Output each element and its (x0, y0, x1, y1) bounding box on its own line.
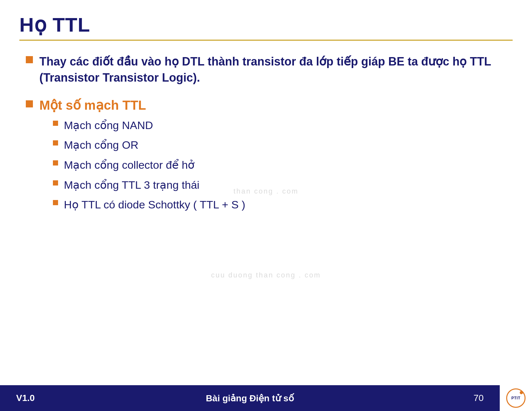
sub-bullet-text-3: Mạch cổng collector để hở (64, 157, 195, 173)
sub-bullet-item-4: Mạch cổng TTL 3 trạng thái (53, 177, 506, 193)
sub-bullet-icon-2 (53, 140, 58, 145)
sub-bullet-icon-4 (53, 180, 58, 185)
footer: V1.0 Bài giảng Điện tử số 70 (0, 385, 532, 411)
sub-bullet-text-5: Họ TTL có diode Schottky ( TTL + S ) (64, 197, 245, 213)
ptit-logo-circle: PTIT (506, 388, 526, 408)
title-area: Họ TTL (0, 0, 532, 41)
sub-bullet-item-3: Mạch cổng collector để hở (53, 157, 506, 173)
slide-title: Họ TTL (19, 13, 513, 36)
sub-bullet-item-1: Mạch cổng NAND (53, 118, 506, 133)
sub-bullet-text-4: Mạch cổng TTL 3 trạng thái (64, 177, 199, 193)
sub-bullet-item-5: Họ TTL có diode Schottky ( TTL + S ) (53, 197, 506, 213)
sub-bullet-text-2: Mạch cổng OR (64, 137, 138, 153)
sub-bullet-icon-1 (53, 121, 58, 126)
sub-bullet-text-1: Mạch cổng NAND (64, 118, 153, 133)
slide-container: Họ TTL Thay các điốt đầu vào họ DTL thàn… (0, 0, 532, 411)
ptit-logo: PTIT (500, 385, 532, 411)
sub-bullet-icon-5 (53, 200, 58, 205)
footer-slide-title: Bài giảng Điện tử số (133, 393, 367, 404)
sub-bullet-list: Mạch cổng NAND Mạch cổng OR Mạch cổng co… (53, 118, 506, 213)
ptit-logo-dot (520, 391, 523, 394)
content-area: Thay các điốt đầu vào họ DTL thành trans… (0, 41, 532, 411)
bullet-2-icon (26, 100, 33, 107)
bullet-1-text: Thay các điốt đầu vào họ DTL thành trans… (39, 54, 506, 86)
bullet-2: Một số mạch TTL Mạch cổng NAND Mạch cổng… (26, 98, 506, 217)
footer-version: V1.0 (16, 393, 133, 403)
bullet-2-title: Một số mạch TTL (39, 98, 506, 113)
sub-bullet-icon-3 (53, 160, 58, 165)
footer-page-number: 70 (367, 393, 516, 403)
bullet-1-icon (26, 56, 33, 63)
bullet-1: Thay các điốt đầu vào họ DTL thành trans… (26, 54, 506, 86)
ptit-logo-text: PTIT (511, 396, 520, 400)
sub-bullet-item-2: Mạch cổng OR (53, 137, 506, 153)
bullet-2-content: Một số mạch TTL Mạch cổng NAND Mạch cổng… (39, 98, 506, 217)
